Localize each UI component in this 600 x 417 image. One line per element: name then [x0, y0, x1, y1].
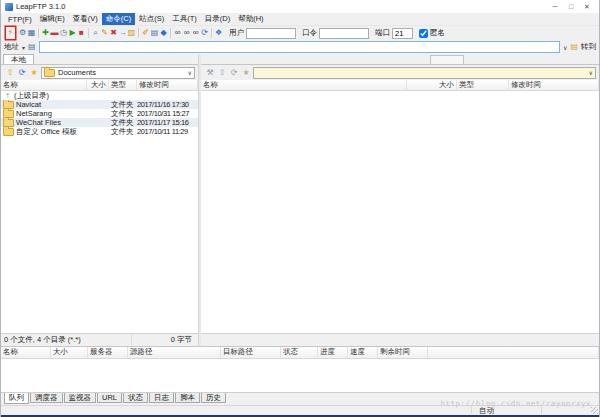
file-properties-icon[interactable]: ▤	[150, 27, 159, 39]
local-file-list[interactable]: ↑(上级目录) Navicat 文件夹 2017/11/16 17:30 Net…	[1, 91, 198, 333]
go-button[interactable]: 转到	[581, 42, 596, 52]
maximize-button[interactable]: □	[563, 0, 579, 13]
view-file-icon[interactable]: ⌕	[91, 27, 100, 39]
column-header[interactable]: 目标路径	[221, 347, 281, 358]
window-controls: ─ □ ✕	[547, 0, 595, 13]
folder-icon	[3, 101, 14, 109]
bottom-tab-3[interactable]: URL	[97, 393, 122, 403]
edit-file-icon[interactable]: ✎	[100, 27, 109, 39]
address-history-icon[interactable]: ∨	[563, 44, 567, 51]
password-input[interactable]	[319, 28, 369, 39]
anonymous-checkbox[interactable]	[419, 29, 428, 38]
find-again-icon[interactable]: ∞	[191, 27, 200, 39]
menu-site[interactable]: 站点(S)	[135, 13, 168, 25]
main-area: 本地 ⇧⟳★ Documents ∨ 名称大小类型修改时间 ↑(上级目录) Na…	[1, 54, 599, 346]
file-row[interactable]: 自定义 Office 模板 文件夹 2017/10/11 11:29	[1, 127, 198, 136]
column-header[interactable]: 速度	[348, 347, 378, 358]
bottom-tab-1[interactable]: 调度器	[30, 393, 63, 403]
transfer-tools-icon[interactable]: ⚒	[204, 68, 216, 77]
quick-connect-icon[interactable]: ❖	[214, 27, 223, 39]
column-header[interactable]: 大小	[407, 80, 457, 90]
bottom-tab-4[interactable]: 状态	[123, 393, 148, 403]
transfer-queue: 名称大小服务器源路径目标路径状态进度速度剩余时间	[1, 346, 599, 392]
find-next-icon[interactable]: ∞	[182, 27, 191, 39]
folder-icon	[3, 128, 14, 136]
folder-icon	[44, 69, 55, 77]
column-header[interactable]: 大小	[51, 347, 88, 358]
connect-icon[interactable]: ⚡	[6, 27, 15, 39]
make-directory-icon[interactable]: ▨	[127, 27, 136, 39]
column-header[interactable]: 源路径	[128, 347, 221, 358]
remote-blank-tab[interactable]	[430, 55, 464, 64]
column-header[interactable]: 大小	[87, 80, 109, 90]
favorites-icon[interactable]: ★	[240, 68, 252, 77]
chevron-down-icon[interactable]: ∨	[188, 69, 192, 76]
sync-icon[interactable]: ◆	[159, 27, 168, 39]
column-header[interactable]	[428, 347, 599, 358]
move-file-icon[interactable]: →	[118, 27, 127, 39]
bottom-tab-5[interactable]: 日志	[149, 393, 174, 403]
minimize-button[interactable]: ─	[547, 0, 563, 13]
column-header[interactable]: 状态	[281, 347, 318, 358]
column-header[interactable]: 服务器	[88, 347, 128, 358]
schedule-icon[interactable]: ◷	[59, 27, 68, 39]
chevron-down-icon[interactable]: ∨	[589, 69, 593, 76]
file-row[interactable]: Navicat 文件夹 2017/11/16 17:30	[1, 100, 198, 109]
menu-help[interactable]: 帮助(H)	[234, 13, 267, 25]
toolbar-separator	[170, 28, 171, 38]
menu-ftp[interactable]: FTP(F)	[4, 14, 36, 25]
status-mode: 自动	[479, 406, 494, 415]
bottom-tab-0[interactable]: 队列	[4, 393, 29, 404]
column-header[interactable]: 名称	[1, 347, 51, 358]
local-path-combo[interactable]: Documents ∨	[41, 67, 195, 79]
address-input[interactable]	[39, 41, 560, 53]
refresh-icon[interactable]: ⟳	[228, 68, 240, 77]
refresh-icon[interactable]: ⟳	[16, 68, 28, 77]
toolbar-separator	[38, 28, 39, 38]
queue-add-icon[interactable]: ✚	[41, 27, 50, 39]
rename-icon[interactable]: ✐	[141, 27, 150, 39]
bottom-tab-7[interactable]: 历史	[201, 393, 226, 403]
menu-view[interactable]: 查看(V)	[69, 13, 102, 25]
local-list-header: 名称大小类型修改时间	[1, 80, 198, 91]
settings-icon[interactable]: ⚙	[18, 27, 27, 39]
column-header[interactable]: 剩余时间	[378, 347, 428, 358]
column-header[interactable]: 修改时间	[137, 80, 198, 90]
port-input[interactable]	[392, 28, 413, 39]
tab-local[interactable]: 本地	[3, 54, 34, 64]
bottom-tab-6[interactable]: 脚本	[175, 393, 200, 403]
column-header[interactable]: 类型	[109, 80, 137, 90]
find-icon[interactable]: ∞	[173, 27, 182, 39]
queue-remove-icon[interactable]: ▬	[50, 27, 59, 39]
column-header[interactable]: 名称	[1, 80, 87, 90]
address-dropdown-icon[interactable]: ▾	[22, 44, 25, 51]
file-row[interactable]: WeChat Files 文件夹 2017/11/17 15:16	[1, 118, 198, 127]
site-manager-icon[interactable]: ▦	[27, 27, 36, 39]
column-header[interactable]: 类型	[457, 80, 509, 90]
file-row[interactable]: NetSarang 文件夹 2017/10/31 15:27	[1, 109, 198, 118]
refresh-list-icon[interactable]: ⟳	[200, 27, 209, 39]
close-button[interactable]: ✕	[579, 0, 595, 13]
menu-directory[interactable]: 目录(D)	[201, 13, 234, 25]
column-header[interactable]: 进度	[318, 347, 348, 358]
menu-edit[interactable]: 编辑(E)	[36, 13, 69, 25]
parent-directory-row[interactable]: ↑(上级目录)	[1, 91, 198, 100]
resize-grip[interactable]	[591, 407, 598, 414]
up-directory-icon[interactable]: ⇧	[216, 68, 228, 77]
local-tabstrip: 本地	[1, 54, 198, 65]
column-header[interactable]: 名称	[201, 80, 407, 90]
menu-command[interactable]: 命令(C)	[102, 13, 135, 25]
menu-tools[interactable]: 工具(T)	[168, 13, 201, 25]
column-header[interactable]: 修改时间	[509, 80, 599, 90]
transfer-start-icon[interactable]: ▶	[68, 27, 77, 39]
favorites-icon[interactable]: ★	[28, 68, 40, 77]
delete-file-icon[interactable]: ✖	[109, 27, 118, 39]
up-directory-icon[interactable]: ⇧	[4, 68, 16, 77]
local-mini-icons: ⇧⟳★	[4, 68, 40, 77]
remote-file-list[interactable]	[201, 91, 599, 333]
queue-body[interactable]	[1, 359, 599, 392]
transfer-stop-icon[interactable]: ■	[77, 27, 86, 39]
bottom-tab-2[interactable]: 监视器	[64, 393, 97, 403]
remote-path-combo[interactable]: ∨	[253, 67, 596, 79]
user-input[interactable]	[246, 28, 296, 39]
